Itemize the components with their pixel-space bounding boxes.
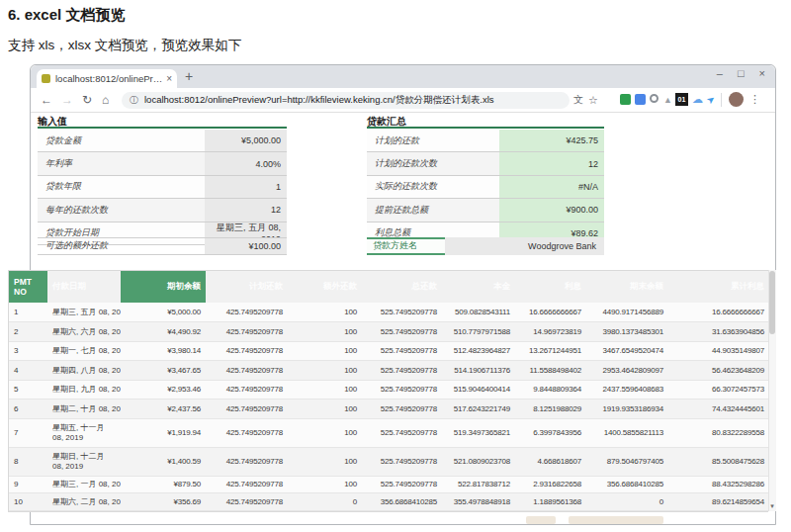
summary-value: 4.00%: [205, 152, 287, 174]
schedule-cell: 星期六, 六月 08, 2019: [47, 322, 121, 342]
schedule-cell: 11.5588498402: [515, 361, 586, 381]
window-minimize-button[interactable]: –: [717, 67, 723, 79]
page-subtitle: 支持 xls，xlsx 文档预览，预览效果如下: [8, 37, 241, 54]
schedule-cell: 525.7495209778: [362, 322, 442, 342]
schedule-cell: 2953.4642809097: [586, 361, 668, 381]
schedule-cell: 1400.5855821113: [586, 418, 668, 447]
schedule-row: 1星期三, 五月 08, 2019¥5,000.00425.7495209778…: [9, 303, 769, 322]
schedule-cell: ¥356.69: [121, 493, 206, 511]
schedule-row: 4星期四, 八月 08, 2019¥3,467.65425.7495209778…: [9, 361, 769, 381]
summary-row: 提前还款总额¥900.00: [367, 199, 604, 222]
schedule-cell: 9: [9, 476, 47, 493]
schedule-header: 付款日期: [47, 271, 121, 303]
paper-plane-extension-icon[interactable]: ➤: [704, 92, 719, 108]
schedule-cell: 44.9035149807: [668, 341, 769, 361]
schedule-row: 6星期二, 十月 08, 2019¥2,437.56425.7495209778…: [9, 399, 769, 419]
schedule-cell: 522.817838712: [442, 476, 515, 493]
docs-extension-icon[interactable]: [635, 94, 646, 105]
forward-icon[interactable]: →: [61, 93, 73, 107]
summary-row: 计划的还款次数12: [367, 152, 604, 175]
page-title: 6. excel 文档预览: [8, 6, 125, 25]
schedule-cell: 0: [288, 493, 362, 511]
summary-label: 提前还款总额: [367, 199, 499, 221]
schedule-cell: 100: [288, 418, 362, 447]
tab-title: localhost:8012/onlinePreview: [55, 73, 163, 84]
schedule-cell: 100: [288, 341, 362, 361]
translate-icon[interactable]: 文: [573, 93, 583, 107]
schedule-cell: 星期三, 五月 08, 2019: [47, 303, 121, 322]
menu-kebab-icon[interactable]: ⋮: [749, 92, 760, 106]
schedule-cell: 星期四, 八月 08, 2019: [47, 361, 121, 381]
schedule-cell: 425.7495209778: [206, 341, 288, 361]
summary-value: 12: [205, 199, 287, 221]
tab-close-icon[interactable]: ×: [166, 73, 172, 84]
profile-avatar[interactable]: [729, 92, 744, 107]
schedule-cell: ¥5,000.00: [121, 303, 206, 322]
extra-payment-row: 可选的额外还款 ¥100.00: [38, 237, 287, 255]
schedule-cell: 6.3997843956: [515, 418, 586, 447]
schedule-cell: 13.2671244951: [515, 341, 586, 361]
schedule-cell: 6: [9, 399, 47, 419]
schedule-cell: 425.7495209778: [206, 447, 288, 476]
window-maximize-button[interactable]: □: [738, 67, 745, 79]
schedule-cell: 7: [9, 418, 47, 447]
schedule-header: PMT NO: [9, 271, 47, 303]
home-icon[interactable]: ⌂: [102, 93, 109, 107]
schedule-cell: 31.6363904856: [668, 322, 769, 342]
triangle-extension-icon[interactable]: ▲: [663, 93, 672, 107]
input-values-table: 输入值 贷款金额¥5,000.00年利率4.00%贷款年限1每年的还款次数12贷…: [38, 115, 287, 245]
shield-extension-icon[interactable]: [620, 94, 631, 105]
schedule-cell: 3467.6549520474: [586, 341, 668, 361]
summary-value: #N/A: [499, 176, 604, 198]
schedule-cell: 85.5008475628: [668, 447, 769, 476]
schedule-cell: 509.0828543111: [442, 303, 515, 322]
schedule-cell: 1: [9, 303, 47, 322]
back-icon[interactable]: ←: [41, 93, 52, 107]
schedule-cell: 425.7495209778: [206, 418, 288, 447]
page-info-icon[interactable]: ⓘ: [130, 94, 138, 107]
site-favicon-icon: [42, 74, 50, 83]
summary-value: ¥425.75: [499, 130, 604, 151]
schedule-cell: 8.1251988029: [515, 399, 586, 419]
scrollbar-thumb[interactable]: [769, 271, 775, 334]
schedule-header: 累计利息: [668, 271, 769, 303]
window-close-button[interactable]: ×: [759, 67, 765, 79]
summary-row: 每年的还款次数12: [38, 199, 287, 222]
schedule-row: 8星期日, 十二月 08, 2019¥1,400.59425.749520977…: [9, 447, 769, 476]
schedule-header: 计划还款: [206, 271, 288, 303]
schedule-cell: 16.6666666667: [515, 303, 586, 322]
schedule-cell: 100: [288, 399, 362, 419]
schedule-cell: 2: [9, 322, 47, 342]
schedule-header: 本金: [442, 271, 515, 303]
summary-value: ¥5,000.00: [205, 130, 287, 151]
schedule-header: 期末余额: [586, 271, 668, 303]
section-underline: [38, 127, 287, 129]
summary-label: 贷款年限: [38, 176, 205, 198]
address-bar[interactable]: ⓘ localhost:8012/onlinePreview?url=http:…: [122, 92, 570, 109]
schedule-cell: 512.4823964827: [442, 341, 515, 361]
badge-extension-icon[interactable]: 01: [675, 93, 688, 106]
extra-payment-value: ¥100.00: [205, 238, 287, 254]
summary-value: 12: [499, 152, 604, 174]
cloud-extension-icon[interactable]: ☁: [692, 92, 703, 106]
schedule-header: 期初余额: [121, 271, 206, 303]
schedule-cell: ¥3,980.14: [121, 341, 206, 361]
url-text[interactable]: localhost:8012/onlinePreview?url=http://…: [144, 94, 494, 107]
scrollbar-down-icon[interactable]: ▾: [768, 501, 776, 511]
circle-extension-icon[interactable]: [650, 94, 659, 103]
bookmark-star-icon[interactable]: ☆: [588, 93, 598, 107]
schedule-row: 2星期六, 六月 08, 2019¥4,490.92425.7495209778…: [9, 322, 769, 342]
browser-tab[interactable]: localhost:8012/onlinePreview ×: [37, 69, 177, 88]
reload-icon[interactable]: ↻: [82, 93, 92, 107]
schedule-cell: 879.5046797405: [586, 447, 668, 476]
schedule-cell: 88.4325298286: [668, 476, 769, 493]
new-tab-button[interactable]: +: [185, 68, 193, 84]
schedule-cell: 5: [9, 380, 47, 399]
schedule-cell: 9.8448809364: [515, 380, 586, 399]
schedule-cell: 0: [586, 493, 668, 511]
schedule-cell: ¥1,919.94: [121, 418, 206, 447]
schedule-header: 利息: [515, 271, 586, 303]
schedule-cell: 89.6214859654: [668, 493, 769, 511]
schedule-cell: 356.6868410285: [586, 476, 668, 493]
schedule-cell: 2.9316822658: [515, 476, 586, 493]
